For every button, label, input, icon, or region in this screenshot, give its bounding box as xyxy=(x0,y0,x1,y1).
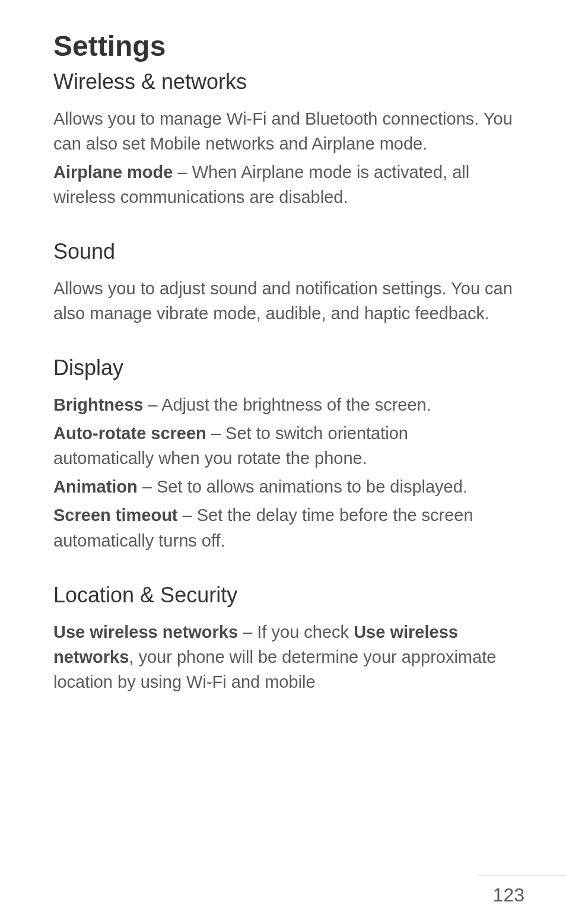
animation-label: Animation xyxy=(53,477,138,496)
brightness-paragraph: Brightness – Adjust the brightness of th… xyxy=(53,392,513,417)
autorotate-label: Auto-rotate screen xyxy=(53,424,206,443)
section-heading-location: Location & Security xyxy=(53,583,513,608)
sound-text: Allows you to adjust sound and notificat… xyxy=(53,276,513,326)
timeout-label: Screen timeout xyxy=(53,506,178,525)
page-number-divider xyxy=(477,875,566,875)
page-title: Settings xyxy=(53,30,513,62)
use-wireless-paragraph: Use wireless networks – If you check Use… xyxy=(53,620,513,694)
use-wireless-label: Use wireless networks xyxy=(53,623,238,642)
section-heading-sound: Sound xyxy=(53,239,513,264)
timeout-paragraph: Screen timeout – Set the delay time befo… xyxy=(53,503,513,553)
autorotate-paragraph: Auto-rotate screen – Set to switch orien… xyxy=(53,421,513,471)
airplane-mode-label: Airplane mode xyxy=(53,163,173,182)
section-heading-wireless: Wireless & networks xyxy=(53,69,513,94)
brightness-label: Brightness xyxy=(53,395,143,414)
section-heading-display: Display xyxy=(53,355,513,380)
wireless-intro-text: Allows you to manage Wi-Fi and Bluetooth… xyxy=(53,106,513,156)
animation-paragraph: Animation – Set to allows animations to … xyxy=(53,474,513,499)
use-wireless-mid: – If you check xyxy=(238,623,354,642)
page-number: 123 xyxy=(493,884,524,906)
animation-text: – Set to allows animations to be display… xyxy=(138,477,468,496)
brightness-text: – Adjust the brightness of the screen. xyxy=(143,395,431,414)
airplane-mode-paragraph: Airplane mode – When Airplane mode is ac… xyxy=(53,160,513,209)
